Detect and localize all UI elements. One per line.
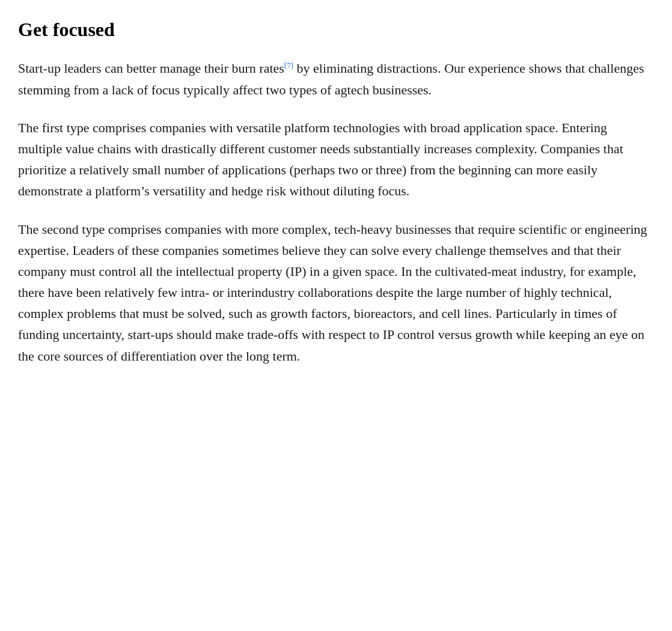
article-section: Get focused Start-up leaders can better … <box>18 18 654 367</box>
paragraph-1: Start-up leaders can better manage their… <box>18 58 654 100</box>
paragraph-3: The second type comprises companies with… <box>18 219 654 367</box>
section-title: Get focused <box>18 18 654 41</box>
paragraph-2: The first type comprises companies with … <box>18 117 654 202</box>
footnote-marker[interactable]: [7] <box>284 61 293 70</box>
paragraph-1-text-before-footnote: Start-up leaders can better manage their… <box>18 61 284 76</box>
